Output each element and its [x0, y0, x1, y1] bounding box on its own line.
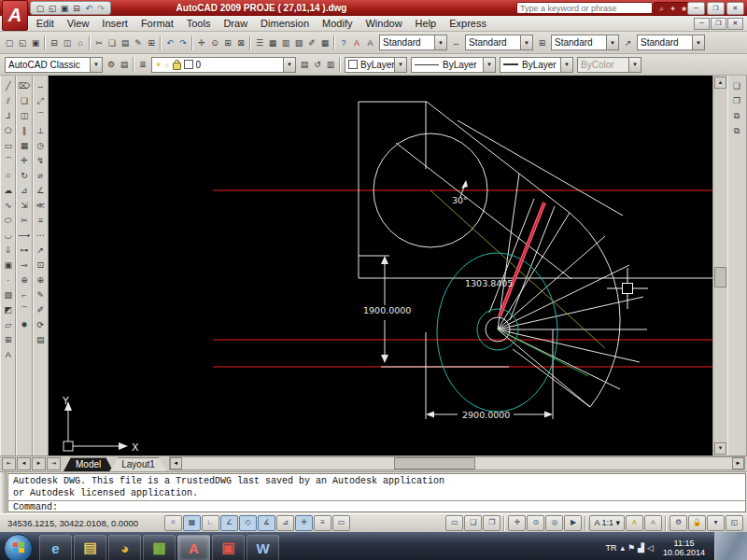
- chevron-down-icon[interactable]: ▼: [434, 35, 446, 49]
- ducs-toggle[interactable]: ⊿: [276, 515, 294, 531]
- maximize-button[interactable]: ❐: [707, 2, 725, 15]
- chevron-down-icon[interactable]: ▼: [283, 58, 295, 72]
- insert-block-button[interactable]: ⇩: [1, 243, 15, 258]
- minimize-button[interactable]: ─: [687, 2, 705, 15]
- model-space-canvas[interactable]: 1303.8405 1900.0000 2900.0000 30° Y X: [49, 76, 712, 455]
- undo-button[interactable]: ↶: [83, 3, 94, 14]
- trim-button[interactable]: ✂: [17, 213, 31, 228]
- horizontal-scroll-thumb[interactable]: [394, 457, 475, 469]
- help-button[interactable]: ?: [337, 35, 350, 50]
- show-desktop-button[interactable]: [714, 532, 747, 560]
- layer-previous-button[interactable]: ↺: [311, 57, 324, 72]
- command-window-grip[interactable]: [0, 472, 7, 513]
- green-line[interactable]: [498, 329, 588, 376]
- offset-button[interactable]: ∥: [17, 123, 31, 138]
- quick-dimension-button[interactable]: ≪: [34, 198, 48, 213]
- qp-toggle[interactable]: ▭: [332, 515, 350, 531]
- tab-model[interactable]: Model: [63, 457, 113, 471]
- move-button[interactable]: ✛: [17, 153, 31, 168]
- mirror-button[interactable]: ◫: [17, 108, 31, 123]
- layer-color-swatch[interactable]: [184, 60, 193, 69]
- network-icon[interactable]: ▟: [638, 543, 644, 553]
- layer-properties-manager-button[interactable]: ≣: [136, 57, 149, 72]
- doc-close-button[interactable]: ✕: [727, 18, 743, 30]
- angular-button[interactable]: ∠: [34, 183, 48, 198]
- chevron-down-icon[interactable]: ▼: [520, 35, 532, 49]
- aligned-dimension-button[interactable]: ⤢: [34, 93, 48, 108]
- zoom-button[interactable]: ⊙: [527, 515, 544, 531]
- point-button[interactable]: ·: [1, 273, 15, 287]
- menu-dimension[interactable]: Dimension: [254, 17, 316, 31]
- steering-wheel-button[interactable]: ◎: [545, 515, 563, 531]
- chamfer-button[interactable]: ⌐: [17, 287, 31, 302]
- hatch-button[interactable]: ▨: [1, 287, 15, 302]
- taskbar-word[interactable]: W: [247, 535, 279, 560]
- explode-button[interactable]: ✸: [17, 317, 31, 332]
- scroll-up-button[interactable]: ▲: [714, 77, 726, 89]
- clean-screen-button[interactable]: ◱: [726, 515, 743, 531]
- extend-button[interactable]: ⟶: [17, 228, 31, 243]
- taskbar-chrome[interactable]: ◕: [108, 535, 141, 560]
- menu-format[interactable]: Format: [134, 17, 180, 31]
- polar-toggle[interactable]: ∠: [220, 515, 238, 531]
- tool-palettes-button[interactable]: ▥: [279, 35, 292, 50]
- scroll-right-button[interactable]: ►: [732, 457, 744, 469]
- chevron-down-icon[interactable]: ▼: [394, 58, 406, 72]
- join-button[interactable]: ⊕: [17, 273, 31, 287]
- dyn-toggle[interactable]: ✛: [295, 515, 313, 531]
- zoom-realtime-button[interactable]: ⊙: [208, 35, 221, 50]
- send-to-back-button[interactable]: ❐: [730, 93, 744, 108]
- arc-length-button[interactable]: ⌒: [34, 108, 48, 123]
- quick-leader-button[interactable]: ↗: [34, 243, 48, 258]
- menu-view[interactable]: View: [61, 17, 96, 31]
- properties-button[interactable]: ☰: [253, 35, 266, 50]
- markup-button[interactable]: ✐: [305, 35, 318, 50]
- radius-button[interactable]: ◷: [34, 138, 48, 153]
- coordinate-readout[interactable]: 34536.1215, 30422.0108, 0.0000: [0, 518, 164, 528]
- action-center-icon[interactable]: ⚑: [627, 543, 635, 553]
- tab-next-button[interactable]: ►: [32, 457, 46, 470]
- drawing[interactable]: 1303.8405 1900.0000 2900.0000 30° Y X: [49, 76, 713, 455]
- ellipse-button[interactable]: ⬭: [1, 213, 15, 228]
- menu-express[interactable]: Express: [443, 17, 493, 31]
- taskbar-games[interactable]: ▦: [143, 535, 176, 560]
- workspace-switching-button[interactable]: ⚙: [669, 515, 687, 531]
- designcenter-button[interactable]: ▦: [266, 35, 279, 50]
- express-button[interactable]: A: [350, 35, 363, 50]
- continue-button[interactable]: ⋯: [34, 228, 48, 243]
- menu-help[interactable]: Help: [409, 17, 444, 31]
- dimension-update-button[interactable]: ⟳: [34, 317, 48, 332]
- tab-prev-button[interactable]: ◄: [17, 457, 31, 470]
- qnew-button[interactable]: ▢: [35, 3, 46, 14]
- taskbar-solidworks[interactable]: ▣: [212, 535, 245, 560]
- table-style-combo[interactable]: Standard ▼: [551, 35, 619, 50]
- menu-tools[interactable]: Tools: [180, 17, 218, 31]
- layer-combo[interactable]: ☀ ☼ 0 ▼: [151, 57, 296, 73]
- chevron-down-icon[interactable]: ▼: [692, 35, 704, 49]
- quickcalc-button[interactable]: ▦: [318, 35, 331, 50]
- tab-first-button[interactable]: ⇤: [2, 457, 16, 470]
- ortho-toggle[interactable]: ∟: [202, 515, 219, 531]
- send-under-objects-button[interactable]: ⧉: [730, 123, 744, 138]
- layer-on-bulb-icon[interactable]: ☀: [155, 61, 162, 69]
- taskbar-internet-explorer[interactable]: e: [39, 535, 72, 560]
- doc-restore-button[interactable]: ❐: [711, 18, 726, 30]
- chevron-down-icon[interactable]: ▼: [90, 58, 102, 72]
- lineweight-control-combo[interactable]: ByLayer ▼: [500, 57, 573, 73]
- language-indicator[interactable]: TR: [606, 543, 617, 553]
- volume-icon[interactable]: ◁: [647, 543, 654, 553]
- vertical-scroll-thumb[interactable]: [714, 267, 726, 287]
- plot-button[interactable]: ⊟: [48, 35, 61, 50]
- polyline-button[interactable]: ⅃: [1, 108, 15, 123]
- make-layer-current-button[interactable]: ▤: [298, 57, 311, 72]
- rectangle-button[interactable]: ▭: [1, 138, 15, 153]
- make-block-button[interactable]: ▣: [1, 258, 15, 273]
- workspace-combo[interactable]: AutoCAD Classic ▼: [5, 57, 103, 73]
- annotation-visibility-button[interactable]: A: [626, 515, 643, 531]
- menu-draw[interactable]: Draw: [217, 17, 254, 31]
- taskbar-explorer[interactable]: ▤: [74, 535, 106, 560]
- pan-button[interactable]: ✛: [195, 35, 208, 50]
- zoom-window-button[interactable]: ⊞: [221, 35, 234, 50]
- tab-layout1[interactable]: Layout1: [109, 457, 167, 471]
- jogged-button[interactable]: ↯: [34, 153, 48, 168]
